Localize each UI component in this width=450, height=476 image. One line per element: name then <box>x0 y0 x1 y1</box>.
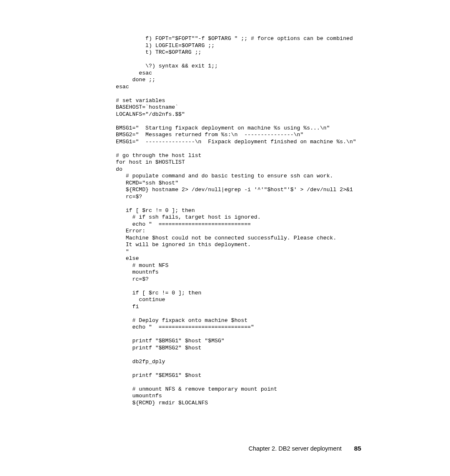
code-line: continue <box>116 297 165 303</box>
code-line: # populate command and do basic testing … <box>116 173 333 179</box>
code-line: printf "$BMSG2" $host <box>116 345 201 351</box>
code-line: BMSG1=" Starting fixpack deployment on m… <box>116 125 330 131</box>
code-line: umountnfs <box>116 393 162 399</box>
code-line: l) LOGFILE=$OPTARG ;; <box>116 42 215 49</box>
page-footer: Chapter 2. DB2 server deployment 85 <box>249 445 362 452</box>
code-line: LOCALNFS="/db2nfs.$$" <box>116 111 185 117</box>
code-line: RCMD="ssh $host" <box>116 180 178 186</box>
code-line: # unmount NFS & remove temporary mount p… <box>116 386 277 392</box>
code-line: # go through the host list <box>116 152 201 159</box>
code-line: do <box>116 166 122 172</box>
code-line: else <box>116 255 139 262</box>
code-line: echo " ============================ <box>116 221 251 227</box>
code-line: " <box>116 249 129 255</box>
code-line: rc=$? <box>116 194 142 200</box>
code-line: done ;; <box>116 77 155 83</box>
code-line: printf "$BMSG1" $host "$MSG" <box>116 338 225 344</box>
code-line: esac <box>116 70 152 76</box>
code-line: for host in $HOSTLIST <box>116 159 185 165</box>
code-line: # set variables <box>116 97 165 104</box>
code-line: t) TRC=$OPTARG ;; <box>116 49 201 55</box>
code-block: f) FOPT="$FOPT""-f $OPTARG " ;; # force … <box>116 35 408 406</box>
code-line: echo " ============================" <box>116 324 254 330</box>
code-line: EMSG1=" ---------------\n Fixpack deploy… <box>116 139 356 145</box>
code-line: f) FOPT="$FOPT""-f $OPTARG " ;; # force … <box>116 35 353 42</box>
code-line: # if ssh fails, target host is ignored. <box>116 214 261 220</box>
footer-chapter-text: Chapter 2. DB2 server deployment <box>249 445 342 452</box>
code-line: db2fp_dply <box>116 359 165 365</box>
code-line: BASEHOST=`hostname` <box>116 104 178 110</box>
page-content: f) FOPT="$FOPT""-f $OPTARG " ;; # force … <box>0 0 450 406</box>
code-line: # mount NFS <box>116 262 168 269</box>
code-line: if [ $rc != 0 ]; then <box>116 290 201 296</box>
code-line: esac <box>116 84 129 90</box>
footer-page-number: 85 <box>354 445 361 452</box>
code-line: ${RCMD} hostname 2> /dev/null|egrep -i '… <box>116 187 353 193</box>
code-line: # Deploy fixpack onto machine $host <box>116 317 248 324</box>
code-line: rc=$? <box>116 276 149 282</box>
code-line: ${RCMD} rmdir $LOCALNFS <box>116 400 208 406</box>
code-line: Error: <box>116 228 145 234</box>
code-line: if [ $rc != 0 ]; then <box>116 207 195 214</box>
code-line: BMSG2=" Messages returned from %s:\n ---… <box>116 132 303 138</box>
code-line: \?) syntax && exit 1;; <box>116 63 218 69</box>
code-line: Machine $host could not be connected suc… <box>116 235 336 241</box>
code-line: fi <box>116 304 139 310</box>
code-line: It will be ignored in this deployment. <box>116 242 251 248</box>
code-line: printf "$EMSG1" $host <box>116 372 201 379</box>
code-line: mountnfs <box>116 269 159 275</box>
